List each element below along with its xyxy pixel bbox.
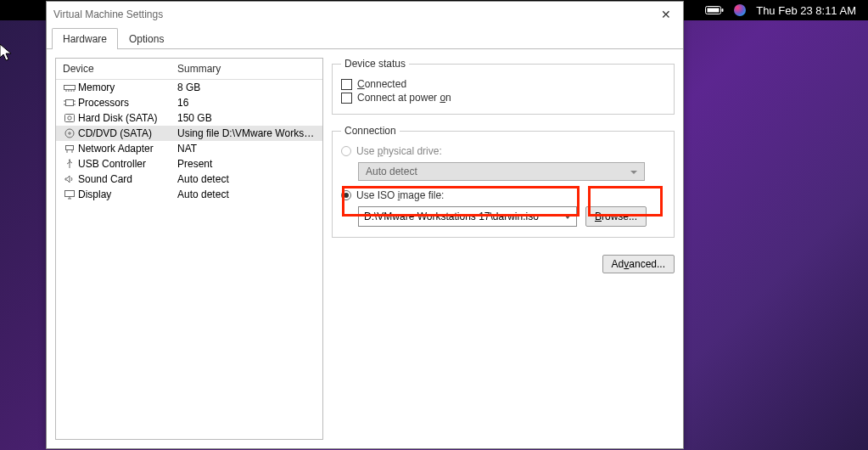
siri-icon[interactable] — [734, 4, 746, 16]
device-row-harddisk[interactable]: Hard Disk (SATA) 150 GB — [56, 110, 322, 126]
header-device: Device — [63, 63, 177, 75]
tab-bar: Hardware Options — [47, 27, 683, 49]
tab-options[interactable]: Options — [118, 28, 175, 49]
device-row-sound[interactable]: Sound Card Auto detect — [56, 172, 322, 187]
vm-settings-window: Virtual Machine Settings ✕ Hardware Opti… — [46, 1, 684, 449]
iso-path-value: D:\VMware Workstations 17\darwin.iso — [364, 211, 539, 222]
svg-rect-13 — [65, 115, 75, 122]
device-row-processors[interactable]: Processors 16 — [56, 95, 322, 110]
use-physical-radio[interactable] — [341, 146, 351, 156]
connection-group: Connection Use physical drive: Auto dete… — [332, 125, 675, 238]
battery-icon — [705, 5, 724, 15]
display-icon — [63, 188, 76, 200]
memory-icon — [63, 82, 76, 93]
device-status-group: Device status Connected Connect at power… — [332, 58, 675, 115]
cd-icon — [63, 127, 76, 139]
svg-point-20 — [69, 160, 70, 161]
cursor-icon — [0, 42, 14, 63]
cpu-icon — [63, 97, 76, 109]
advanced-button[interactable]: Advanced... — [602, 255, 675, 273]
svg-rect-3 — [64, 86, 76, 90]
browse-button[interactable]: Browse... — [585, 206, 647, 227]
header-summary: Summary — [177, 63, 221, 75]
svg-rect-8 — [66, 100, 74, 106]
device-status-legend: Device status — [341, 58, 409, 70]
device-list-header: Device Summary — [56, 59, 322, 80]
close-button[interactable]: ✕ — [656, 8, 676, 21]
connected-label: Connected — [357, 78, 406, 90]
svg-point-14 — [68, 116, 71, 120]
device-row-cddvd[interactable]: CD/DVD (SATA) Using file D:\VMware Works… — [56, 126, 322, 141]
use-iso-label: Use ISO image file: — [356, 189, 444, 201]
sound-icon — [63, 173, 76, 185]
physical-drive-combo: Auto detect — [358, 162, 645, 181]
connection-legend: Connection — [341, 125, 400, 137]
tab-hardware[interactable]: Hardware — [52, 28, 118, 49]
svg-rect-2 — [722, 8, 724, 12]
connect-at-poweron-checkbox[interactable] — [341, 93, 352, 104]
disk-icon — [63, 112, 76, 124]
use-physical-label: Use physical drive: — [356, 145, 442, 157]
connected-checkbox[interactable] — [341, 79, 352, 90]
svg-point-16 — [69, 132, 70, 134]
chevron-down-icon — [564, 215, 571, 219]
svg-rect-17 — [66, 146, 74, 150]
device-list: Device Summary Memory 8 GB Processors 16 — [55, 58, 323, 440]
use-iso-radio[interactable] — [341, 190, 351, 200]
svg-rect-21 — [65, 191, 75, 197]
device-row-network[interactable]: Network Adapter NAT — [56, 141, 322, 156]
device-row-display[interactable]: Display Auto detect — [56, 187, 322, 202]
svg-point-15 — [65, 129, 74, 138]
iso-path-combo[interactable]: D:\VMware Workstations 17\darwin.iso — [358, 206, 577, 227]
network-icon — [63, 143, 76, 155]
connect-at-poweron-label: Connect at power on — [357, 92, 451, 104]
svg-rect-1 — [708, 8, 720, 13]
device-row-usb[interactable]: USB Controller Present — [56, 156, 322, 172]
device-row-memory[interactable]: Memory 8 GB — [56, 80, 322, 95]
usb-icon — [63, 158, 76, 170]
titlebar: Virtual Machine Settings ✕ — [47, 2, 683, 27]
window-title: Virtual Machine Settings — [53, 8, 656, 20]
menubar-clock: Thu Feb 23 8:11 AM — [756, 4, 856, 17]
